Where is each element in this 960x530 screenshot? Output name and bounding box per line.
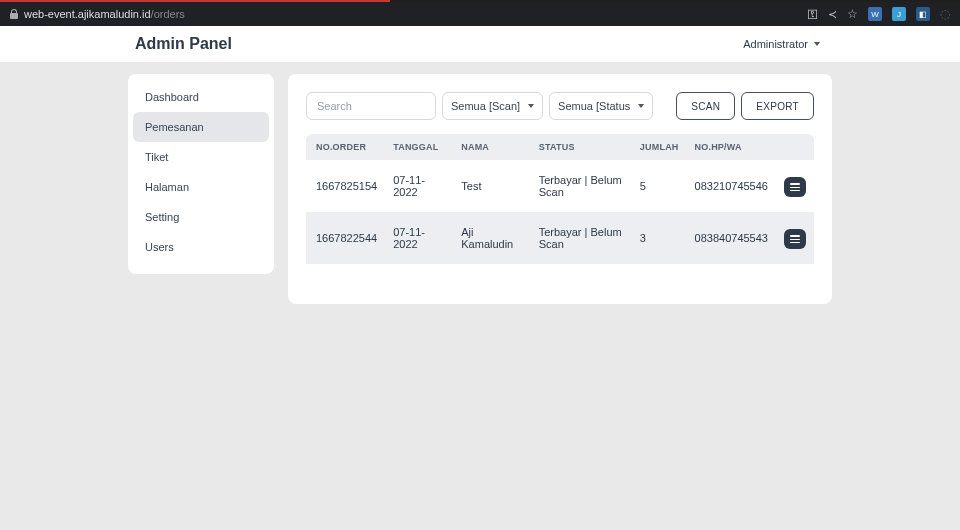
table-row: 1667825154 07-11-2022 Test Terbayar | Be… [306,160,814,212]
col-nohp: NO.HP/WA [687,134,776,160]
chevron-down-icon [528,104,534,108]
search-input[interactable] [306,92,436,120]
sidebar-item-halaman[interactable]: Halaman [133,172,269,202]
user-menu[interactable]: Administrator [743,38,820,50]
filter-scan-select[interactable]: Semua [Scan] [442,92,543,120]
sidebar-item-pemesanan[interactable]: Pemesanan [133,112,269,142]
cell-tanggal: 07-11-2022 [385,212,453,264]
col-tanggal: TANGGAL [385,134,453,160]
row-actions-button[interactable] [784,177,806,197]
share-icon[interactable]: ≺ [828,8,837,21]
cell-tanggal: 07-11-2022 [385,160,453,212]
url-path: /orders [151,8,185,20]
sidebar: Dashboard Pemesanan Tiket Halaman Settin… [128,74,274,274]
col-status: STATUS [531,134,632,160]
extension-icon-2[interactable]: J [892,7,906,21]
toolbar: Semua [Scan] Semua [Status SCAN EXPORT [306,92,814,120]
extension-icon-3[interactable]: ◧ [916,7,930,21]
cell-nohp: 083210745546 [687,160,776,212]
col-actions [776,134,814,160]
filter-scan-label: Semua [Scan] [451,100,520,112]
orders-table: NO.ORDER TANGGAL NAMA STATUS JUMLAH NO.H… [306,134,814,264]
sidebar-item-tiket[interactable]: Tiket [133,142,269,172]
browser-action-icons: ⚿ ≺ ☆ W J ◧ ◌ [807,7,950,21]
app-header: Admin Panel Administrator [0,26,960,62]
lock-icon [10,9,18,19]
chevron-down-icon [814,42,820,46]
cell-actions [776,212,814,264]
filter-status-select[interactable]: Semua [Status [549,92,653,120]
extension-icon-1[interactable]: W [868,7,882,21]
cell-nama: Aji Kamaludin [453,212,530,264]
menu-icon [790,235,800,243]
browser-url-bar: web-event.ajikamaludin.id/orders ⚿ ≺ ☆ W… [0,2,960,26]
cell-jumlah: 5 [632,160,687,212]
menu-icon [790,183,800,191]
cell-status: Terbayar | Belum Scan [531,160,632,212]
chevron-down-icon [638,104,644,108]
url-domain: web-event.ajikamaludin.id [24,8,151,20]
table-header-row: NO.ORDER TANGGAL NAMA STATUS JUMLAH NO.H… [306,134,814,160]
col-jumlah: JUMLAH [632,134,687,160]
table-row: 1667822544 07-11-2022 Aji Kamaludin Terb… [306,212,814,264]
sidebar-item-dashboard[interactable]: Dashboard [133,82,269,112]
cell-status: Terbayar | Belum Scan [531,212,632,264]
filter-status-label: Semua [Status [558,100,630,112]
cell-jumlah: 3 [632,212,687,264]
col-no-order: NO.ORDER [306,134,385,160]
export-button[interactable]: EXPORT [741,92,814,120]
sidebar-item-setting[interactable]: Setting [133,202,269,232]
main-panel: Semua [Scan] Semua [Status SCAN EXPORT N… [288,74,832,304]
sidebar-item-users[interactable]: Users [133,232,269,262]
cell-no-order: 1667822544 [306,212,385,264]
cell-no-order: 1667825154 [306,160,385,212]
cell-actions [776,160,814,212]
key-icon[interactable]: ⚿ [807,8,818,20]
cell-nama: Test [453,160,530,212]
col-nama: NAMA [453,134,530,160]
cell-nohp: 083840745543 [687,212,776,264]
page-title: Admin Panel [135,35,232,53]
browser-loading-bar [0,0,960,2]
row-actions-button[interactable] [784,229,806,249]
scan-button[interactable]: SCAN [676,92,735,120]
extension-icon-4[interactable]: ◌ [940,7,950,21]
user-label: Administrator [743,38,808,50]
star-icon[interactable]: ☆ [847,7,858,21]
